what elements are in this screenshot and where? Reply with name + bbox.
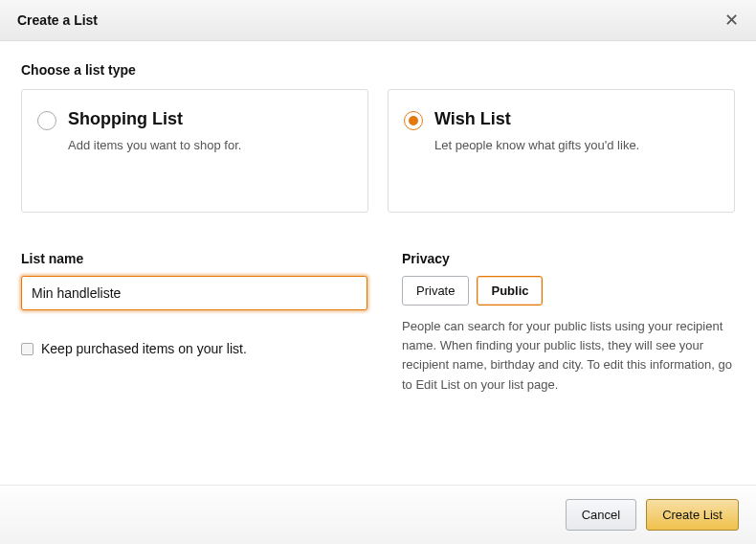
shopping-title: Shopping List bbox=[68, 109, 241, 129]
list-type-wish[interactable]: Wish List Let people know what gifts you… bbox=[388, 89, 735, 213]
dialog-body: Choose a list type Shopping List Add ite… bbox=[0, 41, 756, 395]
cancel-button[interactable]: Cancel bbox=[566, 499, 636, 531]
wish-desc: Let people know what gifts you'd like. bbox=[434, 137, 639, 154]
radio-icon bbox=[37, 111, 56, 130]
radio-icon bbox=[404, 111, 423, 130]
dialog-header: Create a List ✕ bbox=[0, 0, 756, 41]
list-name-label: List name bbox=[21, 251, 367, 266]
wish-title: Wish List bbox=[434, 109, 639, 129]
close-icon[interactable]: ✕ bbox=[724, 11, 739, 29]
form-row: List name Keep purchased items on your l… bbox=[21, 251, 735, 395]
dialog-footer: Cancel Create List bbox=[0, 485, 756, 544]
list-type-shopping[interactable]: Shopping List Add items you want to shop… bbox=[21, 89, 368, 213]
checkbox-icon bbox=[21, 343, 33, 355]
privacy-label: Privacy bbox=[402, 251, 735, 266]
shopping-desc: Add items you want to shop for. bbox=[68, 137, 241, 154]
radio-dot-icon bbox=[409, 116, 418, 125]
list-name-column: List name Keep purchased items on your l… bbox=[21, 251, 367, 395]
privacy-public-button[interactable]: Public bbox=[477, 276, 543, 306]
card-text: Shopping List Add items you want to shop… bbox=[68, 109, 241, 154]
card-text: Wish List Let people know what gifts you… bbox=[434, 109, 639, 154]
list-type-label: Choose a list type bbox=[21, 62, 735, 78]
dialog-title: Create a List bbox=[17, 12, 98, 28]
keep-purchased-row[interactable]: Keep purchased items on your list. bbox=[21, 341, 367, 356]
privacy-help-text: People can search for your public lists … bbox=[402, 317, 735, 395]
keep-purchased-label: Keep purchased items on your list. bbox=[41, 341, 247, 356]
privacy-private-button[interactable]: Private bbox=[402, 276, 469, 306]
privacy-column: Privacy Private Public People can search… bbox=[402, 251, 735, 395]
privacy-toggle: Private Public bbox=[402, 276, 735, 306]
list-type-options: Shopping List Add items you want to shop… bbox=[21, 89, 735, 213]
create-list-button[interactable]: Create List bbox=[646, 499, 739, 531]
list-name-input[interactable] bbox=[21, 276, 367, 310]
